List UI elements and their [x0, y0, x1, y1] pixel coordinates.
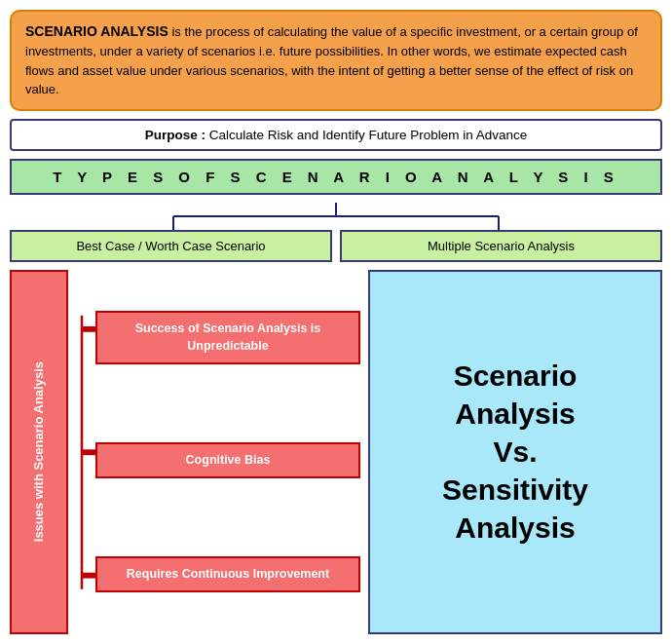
purpose-box: Purpose : Calculate Risk and Identify Fu… — [10, 119, 662, 151]
issues-label: Issues with Scenario Analysis — [31, 361, 48, 542]
issue-item-0: Success of Scenario Analysis is Unpredic… — [95, 311, 360, 364]
issues-label-wrapper: Issues with Scenario Analysis — [10, 270, 68, 635]
bracket-svg — [68, 270, 95, 635]
issues-list: Success of Scenario Analysis is Unpredic… — [95, 270, 360, 635]
types-boxes: Best Case / Worth Case Scenario Multiple… — [10, 230, 662, 262]
bottom-section: Issues with Scenario Analysis — [10, 270, 662, 635]
description-highlight: SCENARIO ANALYSIS — [25, 23, 168, 39]
right-line3: Vs. — [493, 436, 537, 468]
left-panel: Issues with Scenario Analysis — [10, 270, 360, 635]
type-box-multiple: Multiple Scenario Analysis — [340, 230, 662, 262]
type-box-best-case-label: Best Case / Worth Case Scenario — [76, 239, 265, 253]
issue-item-1: Cognitive Bias — [95, 442, 360, 479]
right-line4: Sensitivity — [442, 474, 588, 506]
issue-text-0: Success of Scenario Analysis is Unpredic… — [135, 322, 321, 353]
type-box-multiple-label: Multiple Scenario Analysis — [428, 239, 575, 253]
issue-item-2: Requires Continuous Improvement — [95, 556, 360, 593]
bracket-area — [68, 270, 95, 635]
types-header: T Y P E S O F S C E N A R I O A N A L Y … — [10, 159, 662, 195]
issue-text-1: Cognitive Bias — [186, 453, 271, 467]
right-text: Scenario Analysis Vs. Sensitivity Analys… — [442, 357, 588, 547]
page-wrapper: SCENARIO ANALYSIS is the process of calc… — [0, 0, 672, 644]
right-line2: Analysis — [455, 398, 575, 430]
types-header-text: T Y P E S O F S C E N A R I O A N A L Y … — [53, 169, 619, 185]
right-line1: Scenario — [454, 360, 578, 392]
right-line5: Analysis — [455, 511, 575, 544]
type-box-best-case: Best Case / Worth Case Scenario — [10, 230, 332, 262]
issue-text-2: Requires Continuous Improvement — [127, 567, 329, 581]
connector-lines — [10, 203, 662, 230]
connector-svg — [10, 203, 662, 230]
purpose-label: Purpose : — [145, 128, 205, 142]
purpose-text: Calculate Risk and Identify Future Probl… — [205, 128, 527, 142]
description-box: SCENARIO ANALYSIS is the process of calc… — [10, 10, 662, 111]
right-panel: Scenario Analysis Vs. Sensitivity Analys… — [368, 270, 662, 635]
types-row: Best Case / Worth Case Scenario Multiple… — [10, 203, 662, 262]
